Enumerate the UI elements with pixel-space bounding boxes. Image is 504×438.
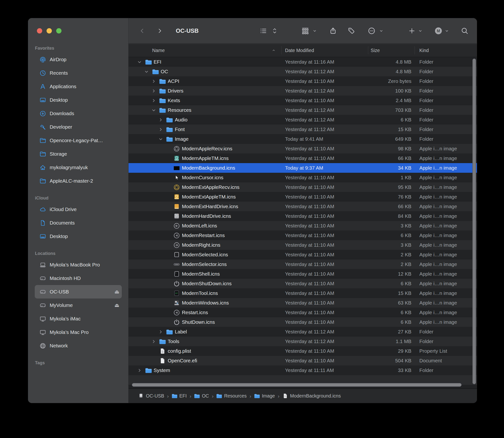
zoom-button[interactable] [56, 28, 61, 33]
sidebar-item-oc-usb[interactable]: OC-USB⏏ [35, 285, 122, 298]
search-icon[interactable] [461, 18, 469, 43]
file-row-config-plist[interactable]: config.plistYesterday at 11:10 AM29 KBPr… [128, 346, 477, 356]
file-row-acpi[interactable]: ACPIYesterday at 11:10 AMZero bytesFolde… [128, 76, 477, 86]
airdrop-icon [39, 56, 46, 63]
sidebar-item-icloud-drive[interactable]: iCloud Drive [35, 203, 122, 216]
file-row-modernharddrive-icns[interactable]: ModernHardDrive.icnsYesterday at 11:10 A… [128, 211, 477, 221]
sidebar-item-mykolagrymalyuk[interactable]: mykolagrymalyuk [35, 161, 122, 174]
horizontal-scrollbar[interactable] [132, 383, 462, 387]
sidebar-item-myvolume[interactable]: MyVolume⏏ [35, 298, 122, 312]
close-button[interactable] [37, 28, 42, 33]
tag-icon[interactable] [347, 18, 355, 43]
file-row-label[interactable]: LabelYesterday at 11:12 AM27 KBFolder [128, 327, 477, 337]
file-row-modernappletm-icns[interactable]: ModernAppleTM.icnsYesterday at 11:10 AM6… [128, 153, 477, 163]
file-row-modernapplerecv-icns[interactable]: ModernAppleRecv.icnsYesterday at 11:10 A… [128, 144, 477, 153]
list-view-icon[interactable] [260, 18, 267, 43]
sidebar-item-macintosh-hd[interactable]: Macintosh HD [35, 272, 122, 285]
sidebar-item-mykola-s-imac[interactable]: Mykola’s iMac [35, 312, 122, 326]
sort-toggle-icon[interactable] [272, 18, 277, 43]
disclosure-open-icon[interactable] [151, 108, 159, 112]
file-row-efi[interactable]: EFIYesterday at 11:16 AM4.8 MBFolder [128, 57, 477, 67]
sidebar-item-developer[interactable]: Developer [35, 120, 122, 134]
path-item-oc-usb[interactable]: OC-USB [138, 393, 164, 399]
account-avatar[interactable]: M [434, 18, 443, 43]
sidebar-item-recents[interactable]: Recents [35, 66, 122, 80]
disclosure-closed-icon[interactable] [137, 368, 145, 373]
file-row-modernbackground-icns[interactable]: ModernBackground.icnsToday at 9:37 AM34 … [128, 163, 477, 173]
file-row-modernextharddrive-icns[interactable]: ModernExtHardDrive.icnsYesterday at 11:1… [128, 202, 477, 211]
file-row-audio[interactable]: AudioYesterday at 11:12 AM6 KBFolder [128, 115, 477, 125]
more-actions-chevron-icon[interactable] [379, 18, 384, 43]
file-row-modernselector-icns[interactable]: ContinueModernSelector.icnsYesterday at … [128, 260, 477, 269]
group-by-chevron-icon[interactable] [312, 18, 317, 43]
disclosure-open-icon[interactable] [137, 60, 145, 64]
column-header-name[interactable]: Name [128, 46, 282, 55]
file-row-kexts[interactable]: KextsYesterday at 11:10 AM2.4 MBFolder [128, 96, 477, 105]
sidebar-item-documents[interactable]: Documents [35, 216, 122, 230]
sidebar-item-desktop[interactable]: Desktop [35, 93, 122, 107]
file-row-shutdown-icns[interactable]: ShutDown.icnsYesterday at 11:10 AM6 KBAp… [128, 317, 477, 327]
file-row-modernrestart-icns[interactable]: ModernRestart.icnsYesterday at 11:10 AM6… [128, 230, 477, 240]
file-row-moderncursor-icns[interactable]: ModernCursor.icnsYesterday at 11:10 AM1 … [128, 173, 477, 182]
sidebar-item-applications[interactable]: Applications [35, 80, 122, 93]
file-row-modernshell-icns[interactable]: >_ModernShell.icnsYesterday at 11:10 AM1… [128, 269, 477, 279]
file-row-tools[interactable]: ToolsYesterday at 11:12 AM1.1 MBFolder [128, 337, 477, 346]
file-row-modernshutdown-icns[interactable]: ModernShutDown.icnsYesterday at 11:10 AM… [128, 279, 477, 288]
disclosure-open-icon[interactable] [159, 137, 166, 142]
file-row-opencore-efi[interactable]: OpenCore.efiYesterday at 11:10 AM504 KBD… [128, 356, 477, 365]
new-item-icon[interactable] [408, 18, 415, 43]
file-row-modernextappletm-icns[interactable]: ModernExtAppleTM.icnsYesterday at 11:10 … [128, 192, 477, 202]
file-row-oc[interactable]: OCYesterday at 11:12 AM4.8 MBFolder [128, 67, 477, 76]
power-icon [173, 280, 180, 287]
forward-button[interactable] [157, 18, 163, 43]
sidebar-item-airdrop[interactable]: AirDrop [35, 53, 122, 66]
path-item-resources[interactable]: Resources [216, 393, 246, 399]
sidebar-item-storage[interactable]: Storage [35, 147, 122, 161]
path-item-efi[interactable]: EFI [172, 393, 187, 399]
path-item-modernbackground-icns[interactable]: ModernBackground.icns [282, 393, 341, 399]
eject-icon[interactable]: ⏏ [114, 289, 119, 295]
file-row-modernleft-icns[interactable]: ModernLeft.icnsYesterday at 11:10 AM3 KB… [128, 221, 477, 230]
file-row-image[interactable]: ImageToday at 9:41 AM649 KBFolder [128, 134, 477, 144]
file-row-restart-icns[interactable]: Restart.icnsYesterday at 11:10 AM6 KBApp… [128, 308, 477, 317]
app-a-icon [39, 83, 46, 90]
new-item-chevron-icon[interactable] [418, 18, 423, 43]
sidebar-item-mykola-s-mac-pro[interactable]: Mykola’s Mac Pro [35, 326, 122, 339]
sidebar-item-applealc-master-2[interactable]: AppleALC-master-2 [35, 174, 122, 188]
column-header-size[interactable]: Size [368, 46, 415, 55]
file-row-font[interactable]: FontYesterday at 11:12 AM15 KBFolder [128, 125, 477, 134]
file-row-drivers[interactable]: DriversYesterday at 11:12 AM100 KBFolder [128, 86, 477, 96]
column-header-date[interactable]: Date Modified [282, 46, 368, 55]
column-header-kind[interactable]: Kind [415, 46, 477, 55]
group-by-icon[interactable] [301, 18, 309, 43]
file-row-modernright-icns[interactable]: ModernRight.icnsYesterday at 11:10 AM3 K… [128, 240, 477, 250]
minimize-button[interactable] [46, 28, 52, 33]
sidebar-item-network[interactable]: Network [35, 339, 122, 352]
file-row-resources[interactable]: ResourcesYesterday at 11:12 AM703 KBFold… [128, 105, 477, 115]
vertical-scrollbar[interactable] [472, 59, 476, 384]
share-icon[interactable] [329, 18, 337, 43]
disclosure-closed-icon[interactable] [151, 89, 159, 93]
disclosure-closed-icon[interactable] [151, 79, 159, 84]
disclosure-closed-icon[interactable] [151, 339, 159, 344]
sidebar-item-opencore-legacy-pat-[interactable]: Opencore-Legacy-Pat… [35, 134, 122, 147]
back-button[interactable] [139, 18, 145, 43]
account-chevron-icon[interactable] [445, 18, 449, 43]
disclosure-closed-icon[interactable] [159, 329, 166, 334]
path-item-image[interactable]: Image [254, 393, 275, 399]
disclosure-closed-icon[interactable] [159, 118, 166, 122]
disclosure-closed-icon[interactable] [159, 127, 166, 132]
file-row-system[interactable]: SystemYesterday at 11:11 AM33 KBFolder [128, 365, 477, 375]
disclosure-closed-icon[interactable] [151, 98, 159, 103]
file-row-modernwindows-icns[interactable]: ModernWindows.icnsYesterday at 11:10 AM6… [128, 298, 477, 308]
path-item-oc[interactable]: OC [194, 393, 209, 399]
file-row-modernextapplerecv-icns[interactable]: ModernExtAppleRecv.icnsYesterday at 11:1… [128, 182, 477, 192]
file-row-moderntool-icns[interactable]: EXITModernTool.icnsYesterday at 11:10 AM… [128, 288, 477, 298]
more-actions-icon[interactable] [368, 18, 376, 43]
sidebar-item-downloads[interactable]: Downloads [35, 107, 122, 120]
file-row-modernselected-icns[interactable]: ModernSelected.icnsYesterday at 11:10 AM… [128, 250, 477, 260]
sidebar-item-desktop[interactable]: Desktop [35, 230, 122, 243]
sidebar-item-mykola-s-macbook-pro[interactable]: Mykola’s MacBook Pro [35, 258, 122, 272]
disclosure-open-icon[interactable] [144, 69, 152, 74]
eject-icon[interactable]: ⏏ [114, 302, 119, 308]
